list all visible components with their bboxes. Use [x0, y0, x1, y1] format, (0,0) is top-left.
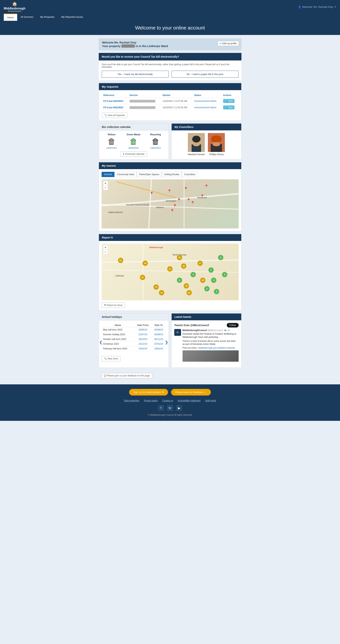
- council-tax-title: Would you like to receive your Council T…: [102, 55, 179, 58]
- tweets-title: Latest tweets: [175, 316, 191, 318]
- follow-button[interactable]: Follow: [227, 323, 239, 328]
- report-cluster[interactable]: 2: [218, 255, 223, 260]
- footer-link-data-protection[interactable]: Data protection: [124, 399, 139, 402]
- tab-parks[interactable]: Parks/Open Spaces: [137, 172, 162, 177]
- report-cluster[interactable]: 13: [153, 284, 159, 290]
- report-cluster[interactable]: 20: [187, 290, 192, 295]
- councillors-body: Naweed Hussain Phillipa Storey: [172, 130, 241, 158]
- nav-my-requests[interactable]: My Requests: [37, 14, 58, 21]
- tweet-link[interactable]: middlesbrough.gov.uk/latest-news/de...: [198, 346, 237, 349]
- footer-copyright: © Middlesbrough Council All rights reser…: [4, 414, 336, 416]
- bin-recycling-icon: 🗑: [150, 137, 161, 146]
- school-holidays-title: School holidays: [102, 316, 122, 318]
- report-cluster[interactable]: 32: [140, 275, 145, 280]
- edit-profile-button[interactable]: ✏ Edit my profile: [218, 41, 239, 46]
- yes-electronic-button[interactable]: Yes - I want my bill electronically: [102, 71, 169, 78]
- sign-up-email-button[interactable]: Sign up for email updates ✉: [129, 389, 168, 396]
- tab-councillors[interactable]: Councillors: [182, 172, 198, 177]
- tweet-author: MiddlesbroughCouncil: [183, 329, 207, 332]
- ref-link-1[interactable]: FS-Case-64224914: [103, 100, 123, 102]
- nav-home[interactable]: Home: [4, 14, 17, 21]
- footer-link-privacy[interactable]: Privacy policy: [144, 399, 158, 402]
- twitter-icon[interactable]: 🐦: [167, 405, 173, 411]
- report-zoom-in-button[interactable]: +: [103, 245, 108, 250]
- report-cluster[interactable]: 28: [143, 260, 148, 266]
- youtube-icon[interactable]: ▶: [176, 405, 182, 411]
- report-cluster[interactable]: 4: [211, 278, 216, 283]
- map-pin-4: 📍: [177, 198, 181, 202]
- sh-from-3: 28/10/23: [134, 337, 152, 342]
- councillor-2: Phillipa Storey: [208, 133, 225, 156]
- map-pin-10: 📍: [204, 184, 208, 188]
- sh-col-from: Date From: [134, 323, 152, 328]
- report-cluster[interactable]: 7: [208, 268, 214, 273]
- welcome-name-text: Welcome Ms. Rachael Grey: [102, 41, 136, 44]
- school-holidays-next-button[interactable]: ❯: [165, 340, 168, 344]
- nearest-map[interactable]: Ingleby Barwick Teesside Industrial Esta…: [102, 179, 239, 228]
- welcome-user: Ms. Rachael Grey: [314, 6, 333, 8]
- view-more-button[interactable]: 🔍 View more: [102, 356, 121, 361]
- bin-refuse-date: 23/05/2023: [106, 147, 117, 149]
- footer-links: Data protection Privacy policy Contact u…: [4, 399, 336, 402]
- header-welcome: 👤 Welcome Ms. Rachael Grey ▼: [298, 6, 336, 8]
- report-cluster[interactable]: 40: [177, 255, 182, 260]
- report-cluster[interactable]: 10: [184, 283, 189, 288]
- logo[interactable]: 🏠 Middlesbrough Moving Forward: [4, 2, 25, 12]
- report-issue-button[interactable]: ⚑ Report an issue: [102, 302, 125, 308]
- col-reference: Reference: [102, 93, 128, 98]
- tab-community-hubs[interactable]: Community Hubs: [114, 172, 137, 177]
- bin-green-waste: Green Waste 🗑 30/05/2023: [127, 133, 140, 149]
- school-holidays-prev-button[interactable]: ❮: [99, 340, 102, 344]
- report-cluster[interactable]: 2: [177, 278, 182, 283]
- view-all-requests-button[interactable]: 🔍 View all requests: [102, 112, 127, 118]
- footer-link-contact[interactable]: Contact us: [162, 399, 173, 402]
- report-zoom-out-button[interactable]: −: [103, 250, 108, 254]
- tab-gritting-routes[interactable]: Gritting Routes: [162, 172, 182, 177]
- bin-green-label: Green Waste: [127, 133, 140, 136]
- report-cluster[interactable]: 3: [204, 286, 210, 292]
- report-cluster[interactable]: 3: [214, 289, 219, 294]
- view-button-1[interactable]: 🔍 View: [223, 99, 235, 103]
- councillors-header: My Councillors: [172, 124, 241, 130]
- report-cluster[interactable]: 43: [159, 290, 164, 295]
- ref-link-2[interactable]: FS-Case-64224623: [103, 106, 123, 109]
- nav-all-services[interactable]: All Services: [17, 14, 37, 21]
- report-cluster[interactable]: 17: [197, 260, 203, 266]
- main-content: Welcome Ms. Rachael Grey Your property 5…: [96, 38, 244, 381]
- report-cluster[interactable]: 25: [200, 278, 205, 283]
- report-cluster[interactable]: 2: [222, 272, 227, 277]
- council-tax-buttons: Yes - I want my bill electronically No -…: [102, 71, 238, 78]
- zoom-out-button[interactable]: −: [103, 186, 108, 190]
- report-cluster[interactable]: 18: [181, 264, 186, 269]
- bin-refuse-icon: 🗑: [106, 137, 117, 146]
- report-it-header: Report It: [99, 234, 241, 241]
- dropdown-arrow-icon[interactable]: ▼: [334, 6, 336, 8]
- footer-link-staff[interactable]: Staff portal: [205, 399, 216, 402]
- footer-link-accessibility[interactable]: Accessibility statement: [178, 399, 201, 402]
- report-cluster[interactable]: 52: [118, 258, 123, 263]
- report-cluster[interactable]: 11: [167, 266, 173, 272]
- no-paper-bill-button[interactable]: No - I want a paper bill in the post: [172, 71, 238, 78]
- report-it-map[interactable]: Middlesbrough North Ormesby Linthorpe 52…: [102, 244, 239, 300]
- council-tax-body: Soon you'll be able to get your Council …: [99, 60, 242, 80]
- my-requests-section: My requests Reference Service Started St…: [99, 83, 242, 121]
- sh-name-1: May half term 2023: [102, 328, 134, 332]
- tab-schools[interactable]: Schools: [102, 172, 115, 177]
- report-map-linthorpe: Linthorpe: [115, 275, 124, 277]
- feedback-button[interactable]: 💬 Please give us your feedback on this p…: [101, 373, 152, 378]
- view-button-2[interactable]: 🔍 View: [223, 106, 235, 110]
- bin-green-icon: 🗑: [127, 137, 140, 146]
- sh-name-4: Christmas 2023: [102, 342, 134, 346]
- zoom-in-button[interactable]: +: [103, 181, 108, 186]
- sh-name-5: February half term 2024: [102, 346, 134, 351]
- nav-my-reported-issues[interactable]: My Reported Issues: [58, 14, 86, 21]
- report-cluster[interactable]: 3: [190, 272, 196, 277]
- facebook-icon[interactable]: f: [158, 405, 164, 411]
- map-pin-2: 📍: [150, 192, 154, 196]
- svg-point-8: [213, 142, 220, 146]
- footer-actions: Sign up for email updates ✉ Please leave…: [4, 389, 336, 396]
- svg-point-4: [193, 142, 200, 146]
- download-calendar-button[interactable]: ⬇ Download calendar: [120, 151, 147, 157]
- school-holidays-header: School holidays: [99, 314, 169, 320]
- please-leave-feedback-button[interactable]: Please leave us feedback 👍: [171, 389, 211, 396]
